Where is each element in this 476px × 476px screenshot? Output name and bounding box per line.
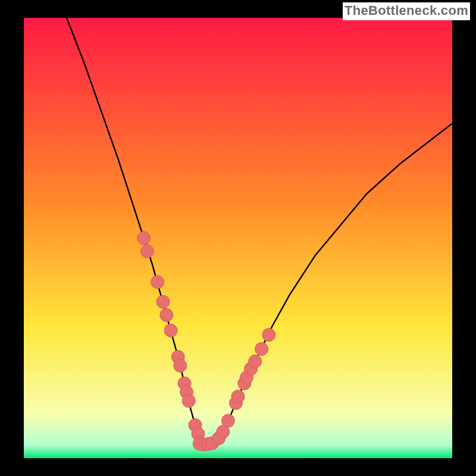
- data-marker: [182, 394, 195, 408]
- data-marker: [221, 414, 234, 427]
- data-marker: [156, 295, 170, 308]
- data-marker: [174, 359, 187, 372]
- data-marker: [151, 275, 164, 289]
- data-marker: [231, 390, 245, 403]
- data-marker: [255, 343, 268, 356]
- data-marker: [160, 309, 173, 322]
- data-marker: [137, 231, 151, 245]
- bottleneck-chart: [0, 0, 476, 476]
- data-marker: [262, 328, 275, 342]
- data-marker: [140, 245, 154, 258]
- data-marker: [164, 324, 177, 337]
- data-marker: [249, 355, 262, 368]
- watermark-label: TheBottleneck.com: [343, 2, 470, 20]
- chart-frame: TheBottleneck.com: [0, 0, 476, 476]
